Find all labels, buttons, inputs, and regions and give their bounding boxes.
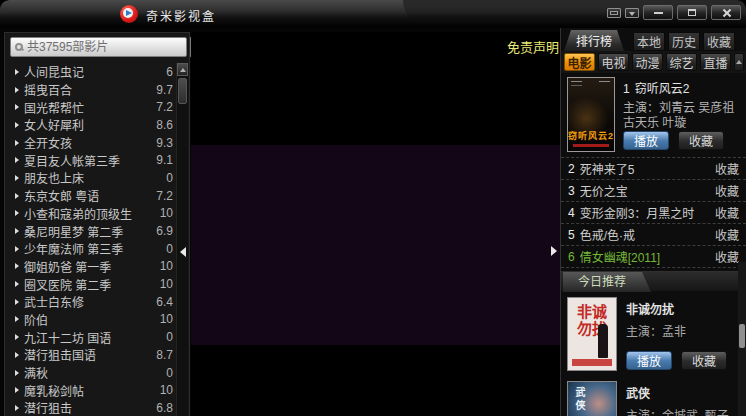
movie-poster[interactable]: 非诚勿扰 [567, 297, 617, 371]
movie-list-item[interactable]: 小查和寇弟的顶级生 10 [6, 205, 176, 223]
movie-list-item[interactable]: 人间昆虫记 6 [6, 63, 176, 81]
movie-list-item[interactable]: 潜行狙击国语 8.7 [6, 346, 176, 364]
arrow-right-icon [15, 157, 19, 163]
category-tab[interactable]: 综艺 [666, 53, 697, 71]
rank-row[interactable]: 4 变形金刚3：月黑之时 收藏 [561, 201, 746, 223]
play-button[interactable]: 播放 [623, 131, 669, 150]
close-button[interactable] [711, 5, 741, 20]
movie-title: 九江十二坊 国语 [24, 329, 162, 346]
movie-list-item[interactable]: 国光帮帮忙 7.2 [6, 98, 176, 116]
arrow-right-icon [15, 387, 19, 393]
movie-score: 10 [160, 312, 173, 326]
arrow-right-icon [15, 299, 19, 305]
movie-list-scrollbar[interactable] [176, 63, 188, 416]
featured-info: 1窃听风云2 主演：刘青云 吴彦祖 古天乐 叶璇 播放 收藏 [623, 77, 742, 154]
arrow-right-icon [15, 263, 19, 269]
movie-list-item[interactable]: 桑尼明星梦 第二季 6.9 [6, 222, 176, 240]
main-tab[interactable]: 本地 [633, 32, 665, 51]
category-tab[interactable]: 直播 [700, 53, 731, 71]
search-input[interactable] [27, 40, 182, 54]
search-icon [15, 43, 23, 51]
arrow-right-icon [15, 316, 19, 322]
today-info: 非诚勿扰 主演：孟非 播放 收藏 [626, 297, 740, 373]
collapse-right-panel-icon[interactable] [551, 246, 557, 256]
disclaimer-link[interactable]: 免责声明 [507, 37, 559, 56]
scroll-up-button[interactable] [177, 63, 188, 76]
main-tab[interactable]: 排行榜 [564, 30, 624, 51]
rank-number: 5 [568, 228, 575, 242]
favorite-link[interactable]: 收藏 [715, 160, 739, 177]
video-surface[interactable]: 免责声明 [191, 32, 560, 416]
movie-title: 潜行狙击国语 [24, 346, 152, 363]
rank-row[interactable]: 3 无价之宝 收藏 [561, 179, 746, 201]
main-tab-label: 历史 [672, 33, 696, 50]
titlebar[interactable]: 奇米影视盒 [0, 0, 746, 28]
today-cast: 主演：金城武, 甄子丹 [626, 406, 740, 416]
subtabs-up-button[interactable] [734, 53, 744, 71]
today-info: 武侠 主演：金城武, 甄子丹 [626, 381, 740, 416]
rank-number: 3 [568, 184, 575, 198]
movie-list-item[interactable]: 全开女孩 9.3 [6, 134, 176, 152]
movie-title: 圈叉医院 第二季 [24, 276, 156, 293]
movie-score: 6.9 [156, 224, 173, 238]
scrollbar-thumb[interactable] [739, 324, 745, 348]
movie-title: 人间昆虫记 [24, 63, 162, 80]
category-tab[interactable]: 电影 [564, 53, 595, 71]
rank-row[interactable]: 6 倩女幽魂[2011] 收藏 [561, 245, 746, 267]
today-list: 非诚勿扰 非诚勿扰 主演：孟非 播放 收藏 武侠 [561, 291, 746, 416]
movie-list-item[interactable]: 御姐奶爸 第一季 10 [6, 258, 176, 276]
arrow-right-icon [15, 370, 19, 376]
movie-list-item[interactable]: 满秋 0 [6, 364, 176, 382]
movie-title: 摇曳百合 [24, 81, 152, 98]
movie-poster[interactable]: 武侠 [567, 381, 617, 416]
today-scrollbar[interactable] [738, 262, 746, 416]
movie-title: 满秋 [24, 364, 162, 381]
minimize-button[interactable] [643, 5, 673, 20]
movie-list-item[interactable]: 潜行狙击 6.8 [6, 399, 176, 416]
movie-score: 10 [160, 383, 173, 397]
dropdown-panel-icon[interactable] [625, 8, 639, 18]
today-item[interactable]: 非诚勿扰 非诚勿扰 主演：孟非 播放 收藏 [561, 291, 746, 375]
movie-title: 小查和寇弟的顶级生 [24, 205, 156, 222]
movie-list-item[interactable]: 摇曳百合 9.7 [6, 81, 176, 99]
movie-list-item[interactable]: 少年魔法师 第三季 0 [6, 240, 176, 258]
movie-list-item[interactable]: 武士白东修 6.4 [6, 293, 176, 311]
arrow-right-icon [15, 228, 19, 234]
mini-mode-icon[interactable] [607, 8, 621, 18]
movie-poster[interactable]: 窃听风云2 [567, 77, 615, 152]
maximize-button[interactable] [677, 5, 707, 20]
favorite-button[interactable]: 收藏 [678, 131, 724, 150]
arrow-right-icon [15, 334, 19, 340]
scrollbar-thumb[interactable] [178, 78, 187, 104]
main-tab[interactable]: 历史 [668, 32, 700, 51]
favorite-link[interactable]: 收藏 [715, 182, 739, 199]
featured-buttons: 播放 收藏 [623, 131, 742, 150]
movie-list-item[interactable]: 阶伯 10 [6, 311, 176, 329]
movie-list-item[interactable]: 九江十二坊 国语 0 [6, 328, 176, 346]
favorite-link[interactable]: 收藏 [715, 248, 739, 265]
category-tabs: 电影 电视 动漫 综艺 直播 [561, 51, 746, 73]
favorite-link[interactable]: 收藏 [715, 226, 739, 243]
collapse-left-panel-icon[interactable] [180, 247, 186, 257]
app-window: 奇米影视盒 搜索 人间昆虫记 6 [0, 0, 746, 416]
maximize-icon [688, 9, 696, 16]
main-tab-label: 本地 [637, 33, 661, 50]
featured-title-line: 1窃听风云2 [623, 79, 742, 96]
rank-row[interactable]: 2 死神来了5 收藏 [561, 157, 746, 179]
close-icon [722, 8, 731, 17]
movie-list-item[interactable]: 魔乳秘剑帖 10 [6, 381, 176, 399]
movie-list-item[interactable]: 朋友也上床 0 [6, 169, 176, 187]
movie-list-item[interactable]: 东京女郎 粤语 7.2 [6, 187, 176, 205]
movie-list-item[interactable]: 圈叉医院 第二季 10 [6, 275, 176, 293]
favorite-link[interactable]: 收藏 [715, 204, 739, 221]
play-button[interactable]: 播放 [626, 351, 672, 370]
rank-row[interactable]: 5 色戒/色·戒 收藏 [561, 223, 746, 245]
movie-list-item[interactable]: 女人好犀利 8.6 [6, 116, 176, 134]
movie-list-item[interactable]: 夏目友人帐第三季 9.1 [6, 151, 176, 169]
category-tab[interactable]: 动漫 [632, 53, 663, 71]
movie-score: 7.2 [156, 100, 173, 114]
main-tab[interactable]: 收藏 [703, 32, 735, 51]
today-item[interactable]: 武侠 武侠 主演：金城武, 甄子丹 [561, 375, 746, 416]
favorite-button[interactable]: 收藏 [681, 351, 727, 370]
category-tab[interactable]: 电视 [598, 53, 629, 71]
